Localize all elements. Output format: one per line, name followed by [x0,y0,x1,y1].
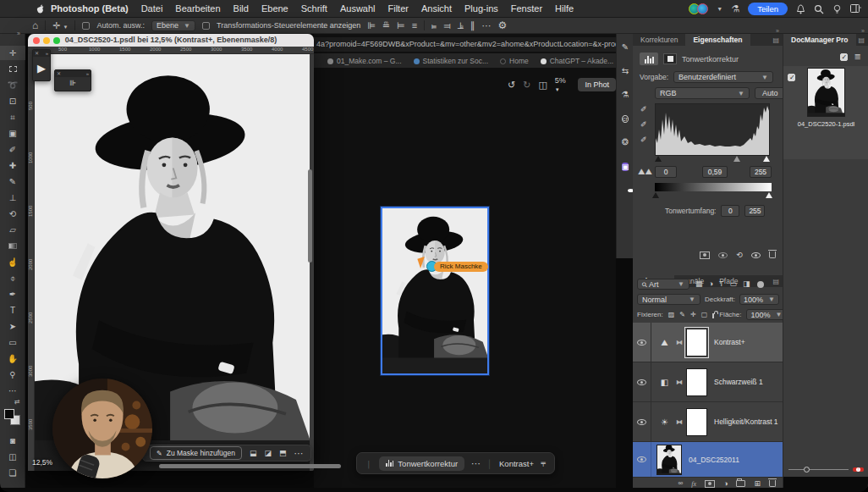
close-window-button[interactable] [33,37,40,44]
tab-docmanager[interactable]: DocManager Pro [783,34,856,46]
layer-image-thumbnail[interactable] [656,445,682,475]
link-layers-icon[interactable]: ∞ [678,480,684,487]
tool-smudge[interactable]: ☝ [0,255,25,269]
gray-point-eyedropper-icon[interactable]: ✐ [640,121,647,129]
output-black-slider[interactable] [652,192,659,198]
actions-panel-icon[interactable]: ⚗ [617,90,634,99]
filter-smart-object-icon[interactable]: ◨ [743,280,750,288]
psweb-zoom-dropdown[interactable]: 5% ▼ [555,76,571,93]
tab-eigenschaften[interactable]: Eigenschaften [685,34,750,46]
browser-url-bar[interactable]: 4a?promoid=4F569DWB&xProduct=&mv=other&m… [314,37,616,52]
minimize-window-button[interactable] [43,37,50,44]
opacity-dropdown[interactable]: 100%▼ [739,294,779,305]
search-icon[interactable] [814,4,824,14]
tool-crop[interactable]: ⌗ [0,110,25,124]
layer-row-helligkeit[interactable]: ☀ ⧓ Helligkeit/Kontrast 1 [633,402,783,442]
menu-ansicht[interactable]: Ansicht [421,3,452,14]
lock-position-icon[interactable]: ✛ [690,312,696,318]
avatar[interactable] [697,3,708,14]
white-point-eyedropper-icon[interactable]: ✐ [640,136,647,144]
filter-pixel-layers-icon[interactable]: ▦ [695,280,703,288]
channel-dropdown[interactable]: RGB▼ [655,87,750,99]
taskbar-more-icon[interactable]: ⋯ [471,459,481,468]
filter-type-layers-icon[interactable]: T [719,280,724,288]
add-to-mask-button[interactable]: ✎ Zu Maske hinzufügen [150,446,242,460]
sliders-icon[interactable]: ⫧ [541,459,546,468]
tool-move[interactable]: ✛ [0,46,25,60]
layer-mask-thumbnail[interactable] [686,408,707,436]
output-white-slider[interactable] [766,192,772,198]
menu-plugins[interactable]: Plug-ins [464,3,498,14]
tab-korrekturen[interactable]: Korrekturen [633,34,685,46]
tool-dodge[interactable]: ⌽ [0,271,25,285]
layer-name[interactable]: Kontrast+ [714,338,745,346]
output-low-field[interactable]: 0 [721,205,739,217]
thumbnail-size-slider[interactable] [788,469,849,470]
tool-healing-brush[interactable]: ✚ [0,158,25,173]
edit-in-icon[interactable]: ❏ [0,466,25,480]
new-layer-icon[interactable]: ⊞ [754,480,761,488]
play-icon[interactable]: ▶ [33,57,50,80]
share-button[interactable]: Teilen [748,3,788,15]
layer-visibility-eye-icon[interactable] [637,456,646,462]
document-checkbox[interactable] [788,74,795,81]
select-all-checkbox[interactable] [840,53,848,61]
layer-visibility-eye-icon[interactable] [637,419,646,425]
layer-row-background-photo[interactable]: 04_DSC252011 [633,442,783,478]
quick-mask-icon[interactable]: ◙ [0,434,25,448]
menu-hilfe[interactable]: Hilfe [555,3,574,14]
layer-name[interactable]: Helligkeit/Kontrast 1 [714,417,778,426]
account-avatars[interactable] [689,3,708,14]
taskbar-more-icon[interactable]: ⋯ [294,449,304,458]
toolbar-collapse-icon[interactable]: » [17,30,20,36]
tool-hand[interactable]: ✋ [0,351,25,366]
home-icon[interactable]: ⌂ [32,20,38,30]
collapse-icon[interactable]: » [86,70,89,77]
more-align-options-icon[interactable]: ⋯ [482,21,492,30]
zoom-window-button[interactable] [53,37,60,44]
tool-brush[interactable]: ✎ [0,174,25,189]
redo-icon[interactable]: ↻ [523,80,530,90]
panel-menu-icon[interactable]: ▤ [858,36,865,44]
previous-state-eye-icon[interactable] [718,252,728,258]
tool-gradient[interactable] [0,239,25,253]
menu-filter[interactable]: Filter [388,3,409,14]
layer-mask-thumbnail[interactable] [686,368,707,396]
bell-icon[interactable] [796,4,805,14]
close-icon[interactable]: ✕ [57,70,61,77]
lock-all-icon[interactable] [712,313,714,318]
camera-raw-panel-icon[interactable]: cr [617,113,634,124]
fill-dropdown[interactable]: 100%▼ [746,309,786,320]
list-view-icon[interactable]: ≣ [854,53,861,61]
menu-schrift[interactable]: Schrift [301,3,327,14]
zoom-status[interactable]: 12,5% [32,458,52,467]
new-group-icon[interactable] [736,480,745,487]
filter-toggle-icon[interactable] [757,281,764,288]
visibility-eye-icon[interactable] [751,252,761,258]
layer-style-fx-icon[interactable]: fx [691,480,696,488]
midtones-slider[interactable] [733,156,740,162]
clip-to-layer-icon[interactable] [700,252,710,259]
transform-controls-checkbox[interactable] [202,22,210,30]
histogram-overlay-icon[interactable]: ⛰⛰ [638,168,652,176]
open-in-photoshop-button[interactable]: In Phot [578,78,616,91]
tool-zoom[interactable]: ⚲ [0,368,25,382]
status-badge[interactable] [853,467,864,472]
distribute-bottom-icon[interactable]: ⫡ [458,21,464,30]
filter-adjustment-layers-icon[interactable]: ◑ [709,280,713,288]
document-title-bar[interactable]: 04_DSC2520-1.psdl bei 12,5% (Kontrast+, … [28,34,314,47]
shadow-input-field[interactable]: 0 [655,166,677,178]
panel-collapse-icon[interactable]: » [861,28,865,34]
contrast-taskbar-button[interactable]: Kontrast+ [499,459,534,468]
new-adjustment-layer-icon[interactable]: ◑ [723,480,728,488]
tool-lasso[interactable]: ➰ [0,78,25,92]
highlights-slider[interactable] [763,156,770,162]
tool-pen[interactable]: ✒ [0,287,25,301]
tool-more-options[interactable]: ⋯ [0,384,25,398]
horizontal-scrollbar[interactable] [159,464,341,468]
layer-name[interactable]: 04_DSC252011 [689,456,739,464]
distribute-v-icon[interactable]: ∥ [470,21,475,30]
delete-layer-icon[interactable] [769,480,776,487]
vertical-scrollbar[interactable] [308,169,312,263]
subtract-mask-icon[interactable]: ⬓ [250,450,257,457]
